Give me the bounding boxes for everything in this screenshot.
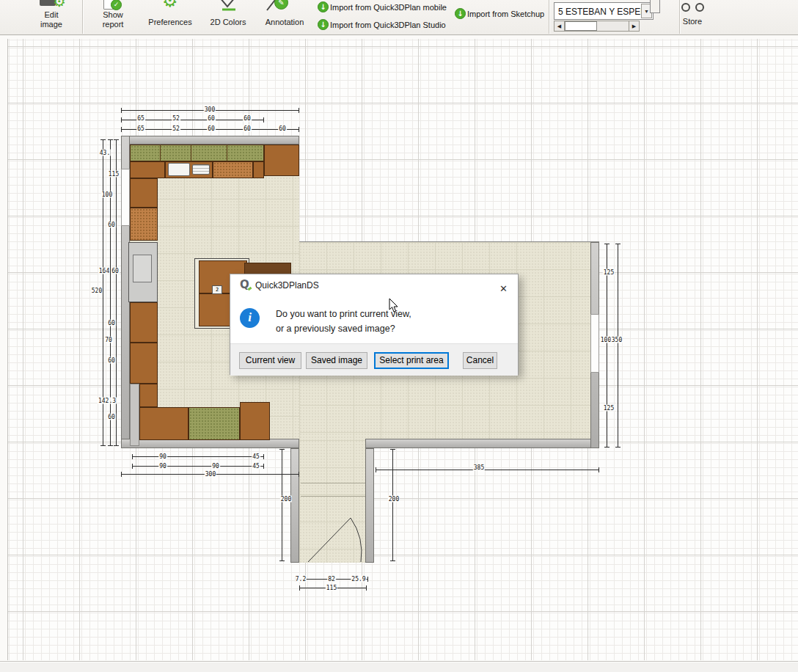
- info-icon: i: [240, 308, 260, 328]
- current-view-button[interactable]: Current view: [239, 352, 301, 369]
- cabinet[interactable]: [188, 407, 240, 440]
- save-image-button[interactable]: Save image: [0, 10, 6, 29]
- dimension-line: [132, 466, 264, 467]
- sink-drainer: [192, 164, 210, 175]
- dimension-label: 300: [204, 106, 216, 113]
- cabinet-divider: [160, 145, 161, 161]
- spinner-fragment: [650, 0, 660, 13]
- door-swing: [299, 506, 369, 565]
- project-scrollbar[interactable]: ◀ ▶: [554, 21, 640, 32]
- dimension-label: 60: [243, 125, 252, 132]
- dimension-label: 82: [327, 576, 336, 582]
- cabinet[interactable]: [130, 302, 158, 343]
- cabinet[interactable]: [264, 145, 299, 176]
- dimension-label: 70: [104, 337, 113, 343]
- cabinet[interactable]: [213, 161, 253, 178]
- print-dialog: Q Quick3DPlanDS ✕ i Do you want to print…: [230, 274, 519, 375]
- saved-image-button[interactable]: Saved image: [306, 352, 367, 369]
- cabinet[interactable]: [139, 407, 188, 440]
- 2d-colors-icon: [218, 0, 238, 13]
- dimension-line: [282, 449, 282, 561]
- app-logo-icon: Q: [240, 279, 252, 291]
- corner-filler: [130, 384, 139, 446]
- project-selector[interactable]: 5 ESTEBAN Y ESPER: [554, 2, 654, 20]
- dialog-button-strip: Current view Saved image Select print ar…: [230, 343, 518, 376]
- dimension-label: 100: [101, 191, 113, 198]
- show-report-check-icon: ✓: [111, 0, 122, 10]
- cancel-button[interactable]: Cancel: [463, 352, 497, 369]
- store-button[interactable]: Store: [672, 17, 713, 26]
- cabinet[interactable]: [139, 384, 158, 407]
- dimension-line: [618, 244, 618, 448]
- store-cart-wheel-icon: [695, 3, 704, 12]
- dialog-close-icon[interactable]: ✕: [499, 284, 508, 293]
- select-print-area-button[interactable]: Select print area: [374, 352, 449, 369]
- dimension-label: 60: [107, 320, 116, 326]
- import-studio-icon: ↓: [318, 19, 329, 30]
- import-mobile-button[interactable]: Import from Quick3DPlan mobile: [330, 3, 447, 12]
- dimension-label: 60: [278, 125, 287, 132]
- dimension-label: 43.: [99, 150, 111, 156]
- import-mobile-icon: ↓: [318, 1, 329, 12]
- annotation-button[interactable]: Annotation: [262, 18, 307, 27]
- dimension-label: 60: [207, 115, 216, 122]
- scroll-left-icon[interactable]: ◀: [554, 21, 565, 31]
- 2d-colors-button[interactable]: 2D Colors: [208, 18, 249, 27]
- cabinet[interactable]: [240, 402, 270, 440]
- toolbar-separator: [549, 0, 549, 34]
- show-report-button[interactable]: Show report: [91, 10, 135, 29]
- dimension-label: 60: [243, 115, 252, 122]
- annotation-pencil-icon: ✎: [274, 0, 288, 10]
- scroll-right-icon[interactable]: ▶: [629, 21, 639, 31]
- scrollbar-thumb[interactable]: [565, 21, 597, 31]
- edit-image-button[interactable]: Edit image: [29, 10, 73, 29]
- cabinet[interactable]: [253, 161, 264, 178]
- sink: [168, 163, 190, 176]
- dimension-label: 60: [207, 125, 216, 132]
- wall-cabinet[interactable]: [130, 145, 264, 161]
- store-cart-wheel-icon: [681, 3, 690, 12]
- dimension-line: [376, 470, 599, 470]
- dimension-label: 125: [603, 269, 615, 276]
- window-right: [590, 314, 599, 373]
- dimension-label: 115: [326, 585, 337, 591]
- dimension-label: 90: [158, 453, 167, 460]
- dimension-label: 90: [211, 463, 220, 470]
- mouse-cursor: [389, 298, 399, 313]
- dimension-label: 45: [252, 463, 260, 470]
- preferences-button[interactable]: Preferences: [144, 18, 196, 27]
- dimension-label: 200: [280, 496, 292, 503]
- refrigerator-door: [133, 255, 152, 282]
- cabinet-divider: [227, 145, 227, 161]
- dimension-label: 60: [107, 414, 116, 420]
- cabinet[interactable]: [130, 178, 158, 208]
- dimension-label: 520: [91, 288, 103, 294]
- cabinet[interactable]: [130, 208, 158, 241]
- wall-top: [121, 136, 299, 145]
- corridor-line: [301, 483, 365, 483]
- dimension-label: 65: [136, 125, 145, 132]
- dimension-label: 60: [107, 357, 116, 364]
- import-sketchup-button[interactable]: Import from Sketchup: [467, 10, 544, 18]
- horizontal-scrollbar[interactable]: [0, 661, 798, 672]
- wall-bottom-right: [365, 439, 599, 448]
- dimension-label: 52: [172, 125, 180, 132]
- dimension-label: 90: [158, 463, 167, 470]
- dimension-label: 300: [205, 471, 216, 478]
- corridor-wall-left: [290, 448, 299, 563]
- cabinet[interactable]: [130, 343, 158, 384]
- dimension-label: 125: [603, 405, 615, 412]
- import-sketchup-icon: ↓: [455, 8, 466, 19]
- dialog-title: Quick3DPlanDS: [255, 280, 319, 291]
- island-tag: 2: [212, 285, 222, 294]
- cabinet[interactable]: [130, 161, 165, 178]
- dimension-label: 65: [136, 115, 145, 122]
- floor-edge: [299, 241, 599, 242]
- dimension-label: 7.2: [295, 576, 307, 582]
- dimension-label: 164: [98, 268, 110, 274]
- import-studio-button[interactable]: Import from Quick3DPlan Studio: [330, 21, 446, 29]
- edit-image-gear-icon: ⚙: [53, 0, 66, 9]
- dimension-label: 60: [111, 268, 120, 274]
- toolbar-separator: [82, 0, 83, 34]
- cabinet-divider: [191, 145, 191, 161]
